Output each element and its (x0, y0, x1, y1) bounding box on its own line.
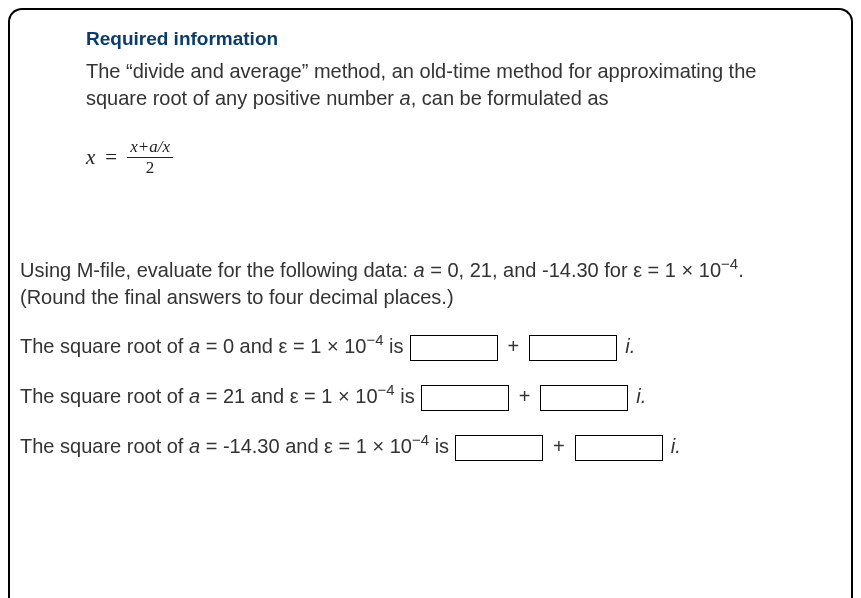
question-row-2: The square root of a = -14.30 and ε = 1 … (20, 435, 841, 461)
plus-sign: + (504, 335, 524, 358)
plus-sign: + (549, 435, 569, 458)
answer-real-input-2[interactable] (455, 435, 543, 461)
imaginary-i: i. (669, 435, 681, 458)
exponent: −4 (366, 331, 383, 348)
instructions-line1-end: . (738, 259, 744, 281)
page-container: Required information The “divide and ave… (8, 8, 853, 598)
answer-imag-input-2[interactable] (575, 435, 663, 461)
question-row-1: The square root of a = 21 and ε = 1 × 10… (20, 385, 841, 411)
description-text-post: , can be formulated as (411, 87, 609, 109)
exponent: −4 (412, 431, 429, 448)
instructions-line1-pre: Using M-file, evaluate for the following… (20, 259, 414, 281)
formula-equals: = (105, 145, 117, 170)
variable-a: a (189, 435, 200, 457)
question-text-mid: = 0 and ε = 1 × 10 (200, 335, 366, 357)
answer-imag-input-0[interactable] (529, 335, 617, 361)
question-row-0: The square root of a = 0 and ε = 1 × 10−… (20, 335, 841, 361)
instructions-line1-mid: = 0, 21, and -14.30 for ε = 1 × 10 (425, 259, 721, 281)
variable-a: a (400, 87, 411, 109)
answer-real-input-0[interactable] (410, 335, 498, 361)
question-text-pre: The square root of (20, 435, 189, 457)
question-text-after: is (395, 385, 415, 407)
plus-sign: + (515, 385, 535, 408)
question-text-after: is (429, 435, 449, 457)
formula-block: x = x+a/x 2 (86, 138, 821, 177)
variable-a: a (189, 335, 200, 357)
formula-fraction: x+a/x 2 (127, 138, 173, 177)
answer-real-input-1[interactable] (421, 385, 509, 411)
variable-a: a (414, 259, 425, 281)
imaginary-i: i. (623, 335, 635, 358)
question-text-pre: The square root of (20, 385, 189, 407)
question-text-mid: = -14.30 and ε = 1 × 10 (200, 435, 412, 457)
instructions-line2: (Round the final answers to four decimal… (20, 286, 454, 308)
formula-lhs: x (86, 145, 95, 170)
instructions-block: Using M-file, evaluate for the following… (20, 257, 841, 311)
imaginary-i: i. (634, 385, 646, 408)
question-text-after: is (384, 335, 404, 357)
variable-a: a (189, 385, 200, 407)
answer-imag-input-1[interactable] (540, 385, 628, 411)
exponent: −4 (721, 255, 738, 272)
formula-denominator: 2 (146, 158, 155, 177)
required-info-block: Required information The “divide and ave… (86, 28, 821, 177)
question-text-mid: = 21 and ε = 1 × 10 (200, 385, 377, 407)
section-heading: Required information (86, 28, 821, 50)
formula-numerator: x+a/x (127, 138, 173, 158)
exponent: −4 (378, 381, 395, 398)
question-text-pre: The square root of (20, 335, 189, 357)
method-description: The “divide and average” method, an old-… (86, 58, 821, 112)
